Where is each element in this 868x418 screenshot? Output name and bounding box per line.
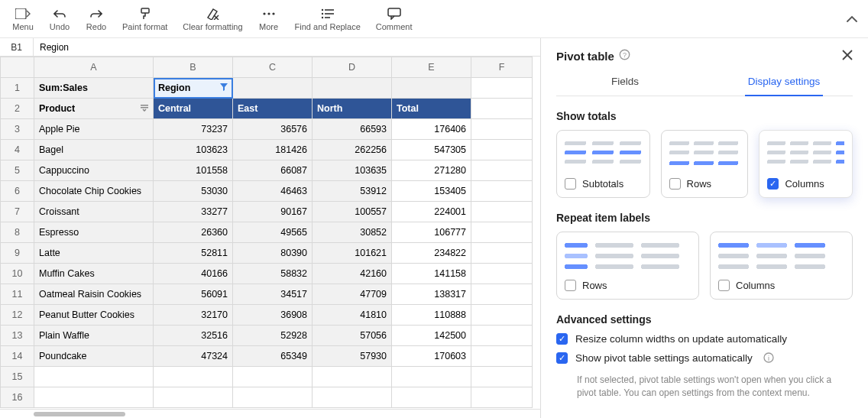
cell-A16[interactable]: [34, 387, 154, 408]
row-header-12[interactable]: 12: [1, 305, 34, 326]
cell-B4[interactable]: 103623: [154, 140, 233, 160]
cell-D10[interactable]: 42160: [313, 264, 392, 284]
row-header-2[interactable]: 2: [1, 99, 34, 119]
cell-B8[interactable]: 26360: [154, 222, 233, 243]
option-subtotals[interactable]: Subtotals: [556, 130, 650, 198]
cell-E15[interactable]: [392, 367, 471, 387]
cell-B10[interactable]: 40166: [154, 264, 233, 284]
row-header-3[interactable]: 3: [1, 119, 34, 140]
cell-E7[interactable]: 224001: [392, 202, 471, 222]
cell-C15[interactable]: [233, 367, 313, 387]
cell-D6[interactable]: 53912: [313, 181, 392, 202]
cell-F15[interactable]: [471, 367, 533, 387]
cell-D4[interactable]: 262256: [313, 140, 392, 160]
row-header-7[interactable]: 7: [1, 202, 34, 222]
cell-D15[interactable]: [313, 367, 392, 387]
cell-A9[interactable]: Latte: [34, 243, 154, 264]
cell-C14[interactable]: 65349: [233, 346, 313, 367]
cell-D2[interactable]: North: [313, 99, 392, 119]
cell-E10[interactable]: 141158: [392, 264, 471, 284]
cell-F5[interactable]: [471, 160, 533, 181]
tab-fields[interactable]: Fields: [608, 71, 642, 95]
comment-button[interactable]: Comment: [370, 5, 419, 33]
row-header-9[interactable]: 9: [1, 243, 34, 264]
row-header-13[interactable]: 13: [1, 326, 34, 346]
undo-button[interactable]: Undo: [43, 5, 76, 33]
cell-F3[interactable]: [471, 119, 533, 140]
cell-A1[interactable]: Sum:Sales: [34, 78, 154, 99]
cell-A5[interactable]: Cappuccino: [34, 160, 154, 181]
cell-E1[interactable]: [392, 78, 471, 99]
cell-D16[interactable]: [313, 387, 392, 408]
row-header-10[interactable]: 10: [1, 264, 34, 284]
cell-B15[interactable]: [154, 367, 233, 387]
cell-E12[interactable]: 110888: [392, 305, 471, 326]
column-header-E[interactable]: E: [392, 57, 471, 78]
column-header-A[interactable]: A: [34, 57, 154, 78]
cell-A6[interactable]: Chocolate Chip Cookies: [34, 181, 154, 202]
cell-E4[interactable]: 547305: [392, 140, 471, 160]
cell-D12[interactable]: 41810: [313, 305, 392, 326]
column-header-B[interactable]: B: [154, 57, 233, 78]
cell-D14[interactable]: 57930: [313, 346, 392, 367]
cell-F14[interactable]: [471, 346, 533, 367]
row-header-16[interactable]: 16: [1, 387, 34, 408]
cell-F12[interactable]: [471, 305, 533, 326]
cell-F16[interactable]: [471, 387, 533, 408]
checkbox-resize-columns[interactable]: [556, 333, 568, 345]
info-icon[interactable]: i: [763, 352, 774, 366]
cell-C2[interactable]: East: [233, 99, 313, 119]
cell-F11[interactable]: [471, 284, 533, 305]
redo-button[interactable]: Redo: [79, 5, 113, 33]
cell-D3[interactable]: 66593: [313, 119, 392, 140]
cell-B16[interactable]: [154, 387, 233, 408]
checkbox-subtotals[interactable]: [565, 178, 576, 190]
option-repeat-columns[interactable]: Columns: [710, 232, 853, 300]
cell-E14[interactable]: 170603: [392, 346, 471, 367]
cell-F8[interactable]: [471, 222, 533, 243]
cell-C7[interactable]: 90167: [233, 202, 313, 222]
horizontal-scrollbar[interactable]: [0, 409, 540, 418]
cell-B6[interactable]: 53030: [154, 181, 233, 202]
cell-C11[interactable]: 34517: [233, 284, 313, 305]
checkbox-repeat-columns[interactable]: [718, 280, 730, 291]
cell-B3[interactable]: 73237: [154, 119, 233, 140]
cell-D9[interactable]: 101621: [313, 243, 392, 264]
cell-A7[interactable]: Croissant: [34, 202, 154, 222]
option-repeat-rows[interactable]: Rows: [556, 232, 699, 300]
column-header-D[interactable]: D: [313, 57, 392, 78]
cell-F2[interactable]: [471, 99, 533, 119]
cell-B9[interactable]: 52811: [154, 243, 233, 264]
cell-D1[interactable]: [313, 78, 392, 99]
clear-formatting-button[interactable]: Clear formatting: [177, 5, 248, 33]
cell-D7[interactable]: 100557: [313, 202, 392, 222]
select-all-corner[interactable]: [1, 57, 34, 78]
cell-A8[interactable]: Espresso: [34, 222, 154, 243]
cell-F6[interactable]: [471, 181, 533, 202]
checkbox-columns-totals[interactable]: [767, 178, 779, 190]
cell-A4[interactable]: Bagel: [34, 140, 154, 160]
cell-D5[interactable]: 103635: [313, 160, 392, 181]
formula-bar[interactable]: Region: [34, 42, 540, 53]
cell-C5[interactable]: 66087: [233, 160, 313, 181]
row-header-15[interactable]: 15: [1, 367, 34, 387]
cell-F9[interactable]: [471, 243, 533, 264]
checkbox-repeat-rows[interactable]: [565, 280, 576, 291]
column-header-F[interactable]: F: [471, 57, 533, 78]
cell-A14[interactable]: Poundcake: [34, 346, 154, 367]
cell-A2[interactable]: Product: [34, 99, 154, 119]
paint-format-button[interactable]: Paint format: [116, 5, 173, 33]
row-header-6[interactable]: 6: [1, 181, 34, 202]
cell-E2[interactable]: Total: [392, 99, 471, 119]
more-button[interactable]: More: [252, 5, 286, 33]
cell-B14[interactable]: 47324: [154, 346, 233, 367]
row-header-5[interactable]: 5: [1, 160, 34, 181]
row-header-4[interactable]: 4: [1, 140, 34, 160]
cell-E9[interactable]: 234822: [392, 243, 471, 264]
cell-B11[interactable]: 56091: [154, 284, 233, 305]
cell-C9[interactable]: 80390: [233, 243, 313, 264]
cell-B5[interactable]: 101558: [154, 160, 233, 181]
cell-E11[interactable]: 138317: [392, 284, 471, 305]
cell-C8[interactable]: 49565: [233, 222, 313, 243]
cell-B13[interactable]: 32516: [154, 326, 233, 346]
